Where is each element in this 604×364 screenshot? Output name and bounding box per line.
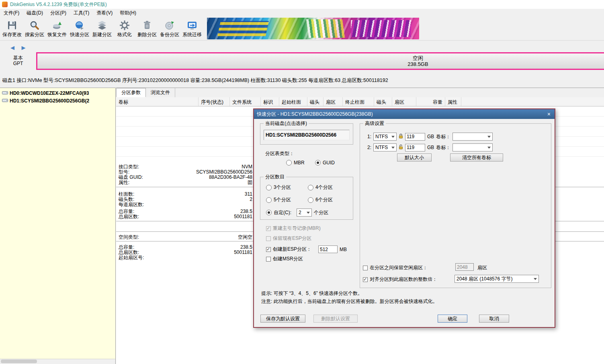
tab-bar: 分区参数 浏览文件 [116,88,604,98]
menu-tools[interactable]: 工具(T) [70,9,93,17]
volume-label-select-2[interactable] [452,143,493,151]
current-disk-group: 当前磁盘(点击选择) HD1:SCYSMI2BBG25600D2566 [260,123,353,145]
save-changes-button[interactable]: 保存更改 [1,17,23,40]
quick-partition-button[interactable]: 快速分区 [68,17,91,40]
close-icon[interactable]: × [547,111,551,117]
chevron-down-icon [391,147,395,149]
fs-select-1[interactable]: NTFS [373,133,397,141]
col-sector: 扇区 [323,97,343,106]
free-space-label: 空闲 [413,55,423,61]
count-4-option: 4个分区 [308,184,333,191]
create-esp-option: 创建新ESP分区： MB [266,245,347,253]
size-unit-2: GB [427,145,434,150]
partition-count-group-label: 分区数目 [264,174,286,180]
custom-count-select[interactable]: 2 [297,209,312,217]
size-input-1[interactable] [405,133,425,141]
tab-browse-files[interactable]: 浏览文件 [146,88,175,97]
backup-partition-button[interactable]: 备份分区 [158,17,181,40]
toolbar: 保存更改 搜索分区 恢复文件 快速分区 新建分区 格式化 删除分区 备份分区 [0,17,604,41]
count-5-option: 5个分区 [266,196,291,203]
count-3-radio[interactable] [266,185,272,190]
chevron-down-icon [487,136,491,138]
mbr-radio-label: MBR [294,160,305,166]
chevron-down-icon [534,278,537,280]
clear-labels-button[interactable]: 清空所有卷标 [450,153,503,162]
dialog-titlebar[interactable]: 快速分区 - HD1:SCYSMI2BBG25600D256GB(238GB) … [254,109,555,119]
guid-option: GUID [315,160,335,166]
esp-size-unit: MB [340,247,347,252]
default-size-button[interactable]: 默认大小 [397,153,432,162]
trash-icon [142,20,152,32]
save-default-button[interactable]: 保存为默认设置 [260,315,305,323]
tree-item-hd0[interactable]: HD0:WDCWD10EZEX-22MFCA0(93 [0,89,115,97]
search-partition-button[interactable]: 搜索分区 [23,17,46,40]
advanced-settings-group: 高级设置 1: NTFS GB 卷标： 2: [360,123,551,288]
align-option: 对齐分区到此扇区数的整数倍： [363,276,437,283]
delete-default-button: 删除默认设置 [313,315,358,323]
menu-file[interactable]: 文件(F) [0,9,23,17]
detail-row: 磁盘 GUID:88A2D306-BA2F-48 [119,175,252,180]
recover-files-button[interactable]: 恢复文件 [46,17,68,40]
partition-count-group: 分区数目 3个分区 4个分区 5个分区 6个分区 [260,177,353,220]
menu-view[interactable]: 查看(V) [93,9,116,17]
size-input-2[interactable] [405,144,425,151]
partition-nav-arrows[interactable]: ◀ ▶ [10,45,29,51]
tree-hscrollbar[interactable] [0,359,115,364]
table-type-label: 分区表类型： [265,150,294,157]
menu-partition[interactable]: 分区(P) [47,9,70,17]
tree-item-hd1[interactable]: HD1:SCYSMI2BBG25600D256GB(2 [0,97,115,104]
free-space-size: 238.5GB [407,61,428,67]
count-4-radio[interactable] [308,185,313,190]
esp-size-input[interactable] [318,245,338,253]
detail-row: 柱面数:311 [119,192,252,197]
new-partition-button[interactable]: 新建分区 [91,17,113,40]
custom-count-radio[interactable] [266,210,272,215]
create-esp-checkbox[interactable] [266,247,271,252]
count-6-radio[interactable] [308,197,313,203]
lock-open-icon[interactable] [399,144,403,151]
partition-table-type-label: GPT [0,61,36,66]
free-space-bar[interactable]: 空闲 238.5GB [36,52,604,70]
format-button[interactable]: 格式化 [113,17,136,40]
dialog-body: 当前磁盘(点击选择) HD1:SCYSMI2BBG25600D2566 分区表类… [254,119,555,327]
delete-partition-button[interactable]: 删除分区 [136,17,158,40]
reserve-sectors-checkbox[interactable] [363,266,368,270]
hard-disk-icon [2,98,8,104]
fs-select-2[interactable]: NTFS [373,143,397,151]
align-select[interactable]: 2048 扇区 (1048576 字节) [455,275,539,283]
mbr-radio[interactable] [286,160,292,166]
col-head: 磁头 [307,97,323,106]
col-sector-2: 扇区 [392,97,416,106]
volume-label-select-1[interactable] [452,133,493,141]
guid-radio[interactable] [315,160,321,166]
ok-button[interactable]: 确定 [438,315,467,323]
lock-closed-icon[interactable] [399,133,403,140]
table-header: 卷标 序号(状态) 文件系统 标识 起始柱面 磁头 扇区 终止柱面 磁头 扇区 … [116,97,604,106]
new-partition-icon [97,20,107,32]
quick-partition-dialog: 快速分区 - HD1:SCYSMI2BBG25600D256GB(238GB) … [253,108,555,328]
align-checkbox[interactable] [363,277,368,282]
disk-info-line: 磁盘1 接口:NVMe 型号:SCYSMI2BBG25600D256GB 序列号… [2,77,388,84]
tab-partition-parameters[interactable]: 分区参数 [116,88,146,97]
system-migration-button[interactable]: 系统迁移 [181,17,203,40]
window-title: DiskGenius V5.4.2.1239 免费版(单文件PE版) [10,1,107,8]
create-msr-checkbox[interactable] [266,257,271,262]
keep-esp-option: 保留现有ESP分区 [266,235,311,242]
dialog-title: 快速分区 - HD1:SCYSMI2BBG25600D256GB(238GB) [257,111,373,118]
size-unit-1: GB [427,134,434,139]
col-volume-label: 卷标 [116,97,199,106]
count-5-radio[interactable] [266,197,272,203]
menu-help[interactable]: 帮助(H) [116,9,140,17]
detail-row: 起始扇区号: [119,255,252,260]
tree-hscrollbar-thumb[interactable] [1,360,37,363]
backup-icon [164,20,175,32]
cancel-button[interactable]: 取消 [479,315,509,323]
count-6-option: 6个分区 [308,196,333,203]
count-3-option: 3个分区 [266,184,291,191]
menu-disk[interactable]: 磁盘(D) [23,9,47,17]
col-identifier: 标识 [261,97,279,106]
app-icon [2,2,8,7]
promo-banner[interactable] [207,18,419,39]
quick-partition-icon [74,20,85,32]
current-disk-box[interactable]: HD1:SCYSMI2BBG25600D2566 [264,130,350,140]
